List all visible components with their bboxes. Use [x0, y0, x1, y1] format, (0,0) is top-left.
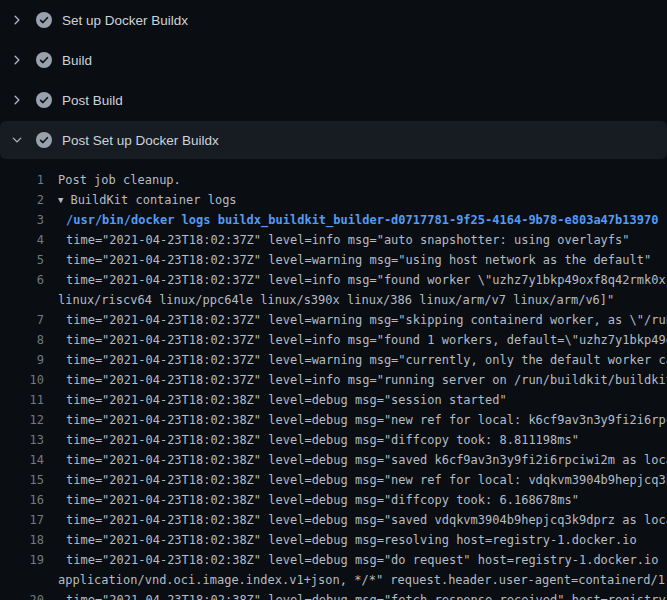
log-line: 1 Post job cleanup. — [0, 170, 667, 190]
log-line-text: time="2021-04-23T18:02:37Z" level=warnin… — [66, 310, 667, 330]
log-line-text: time="2021-04-23T18:02:37Z" level=info m… — [66, 370, 667, 390]
log-line-number — [0, 570, 44, 590]
step-label: Post Set up Docker Buildx — [62, 133, 219, 148]
log-line-number[interactable]: 15 — [0, 470, 44, 490]
log-line-number[interactable]: 14 — [0, 450, 44, 470]
log-line: 17 time="2021-04-23T18:02:38Z" level=deb… — [0, 510, 667, 530]
log-line-text: time="2021-04-23T18:02:38Z" level=debug … — [66, 390, 507, 410]
job-steps-list: Set up Docker Buildx Build Post Build Po… — [0, 0, 667, 159]
log-line-number[interactable]: 5 — [0, 250, 44, 270]
log-line-number[interactable]: 20 — [0, 590, 44, 600]
chevron-down-icon[interactable] — [12, 132, 22, 148]
log-line-text: time="2021-04-23T18:02:37Z" level=info m… — [66, 230, 630, 250]
log-line: 18 time="2021-04-23T18:02:38Z" level=deb… — [0, 530, 667, 550]
log-line-text: time="2021-04-23T18:02:38Z" level=debug … — [66, 410, 667, 430]
step-label: Build — [62, 53, 92, 68]
log-line-number[interactable]: 13 — [0, 430, 44, 450]
step-post-build[interactable]: Post Build — [0, 80, 667, 120]
log-command-text: /usr/bin/docker logs buildx_buildkit_bui… — [66, 210, 658, 230]
log-line-text: time="2021-04-23T18:02:38Z" level=debug … — [66, 510, 667, 530]
log-line: 15 time="2021-04-23T18:02:38Z" level=deb… — [0, 470, 667, 490]
step-build[interactable]: Build — [0, 40, 667, 80]
log-line-text: time="2021-04-23T18:02:37Z" level=info m… — [66, 330, 667, 350]
log-line-number[interactable]: 6 — [0, 270, 44, 290]
log-line-text: time="2021-04-23T18:02:37Z" level=info m… — [66, 270, 667, 290]
log-line-text: time="2021-04-23T18:02:38Z" level=debug … — [66, 530, 637, 550]
chevron-right-icon[interactable] — [12, 12, 22, 28]
log-line-number[interactable]: 17 — [0, 510, 44, 530]
log-line: 14 time="2021-04-23T18:02:38Z" level=deb… — [0, 450, 667, 470]
log-output: 1 Post job cleanup. 2 ▼ BuildKit contain… — [0, 160, 667, 600]
log-line-number[interactable]: 8 — [0, 330, 44, 350]
log-line: 20 time="2021-04-23T18:02:38Z" level=deb… — [0, 590, 667, 600]
log-line: 9 time="2021-04-23T18:02:37Z" level=warn… — [0, 350, 667, 370]
log-line-text: time="2021-04-23T18:02:37Z" level=warnin… — [66, 250, 651, 270]
log-line-number[interactable]: 16 — [0, 490, 44, 510]
log-line-number[interactable]: 1 — [0, 170, 44, 190]
triangle-down-icon[interactable]: ▼ — [58, 190, 63, 210]
log-line-number[interactable]: 10 — [0, 370, 44, 390]
step-label: Post Build — [62, 93, 123, 108]
log-line: 13 time="2021-04-23T18:02:38Z" level=deb… — [0, 430, 667, 450]
step-post-set-up-docker-buildx[interactable]: Post Set up Docker Buildx — [0, 121, 667, 159]
log-line-text: Post job cleanup. — [58, 170, 181, 190]
log-line-text: time="2021-04-23T18:02:38Z" level=debug … — [66, 590, 667, 600]
log-line: 19 time="2021-04-23T18:02:38Z" level=deb… — [0, 550, 667, 570]
log-line-text: time="2021-04-23T18:02:38Z" level=debug … — [66, 450, 667, 470]
log-line-number[interactable]: 7 — [0, 310, 44, 330]
log-line: 11 time="2021-04-23T18:02:38Z" level=deb… — [0, 390, 667, 410]
log-line: 8 time="2021-04-23T18:02:37Z" level=info… — [0, 330, 667, 350]
log-line: 6 time="2021-04-23T18:02:37Z" level=info… — [0, 270, 667, 290]
log-line-text: time="2021-04-23T18:02:37Z" level=warnin… — [66, 350, 667, 370]
log-line-number[interactable]: 19 — [0, 550, 44, 570]
check-circle-icon — [36, 132, 52, 148]
chevron-right-icon[interactable] — [12, 92, 22, 108]
log-line-number[interactable]: 9 — [0, 350, 44, 370]
log-line-number[interactable]: 4 — [0, 230, 44, 250]
log-line-number[interactable]: 11 — [0, 390, 44, 410]
log-line-text: time="2021-04-23T18:02:38Z" level=debug … — [66, 490, 579, 510]
log-line: 12 time="2021-04-23T18:02:38Z" level=deb… — [0, 410, 667, 430]
log-line-wrapped: linux/riscv64 linux/ppc64le linux/s390x … — [0, 290, 667, 310]
log-line-number[interactable]: 18 — [0, 530, 44, 550]
log-line: 10 time="2021-04-23T18:02:37Z" level=inf… — [0, 370, 667, 390]
check-circle-icon — [36, 12, 52, 28]
log-line-text: time="2021-04-23T18:02:38Z" level=debug … — [66, 550, 667, 570]
step-set-up-docker-buildx[interactable]: Set up Docker Buildx — [0, 0, 667, 40]
log-line-text: time="2021-04-23T18:02:38Z" level=debug … — [66, 430, 579, 450]
log-line-number[interactable]: 2 — [0, 190, 44, 210]
log-line: 7 time="2021-04-23T18:02:37Z" level=warn… — [0, 310, 667, 330]
log-line-number — [0, 290, 44, 310]
step-label: Set up Docker Buildx — [62, 13, 188, 28]
log-line-number[interactable]: 3 — [0, 210, 44, 230]
log-line-text: application/vnd.oci.image.index.v1+json,… — [58, 570, 667, 590]
log-line-command: 3 /usr/bin/docker logs buildx_buildkit_b… — [0, 210, 667, 230]
log-group-header[interactable]: 2 ▼ BuildKit container logs — [0, 190, 667, 210]
log-line: 16 time="2021-04-23T18:02:38Z" level=deb… — [0, 490, 667, 510]
chevron-right-icon[interactable] — [12, 52, 22, 68]
log-line-number[interactable]: 12 — [0, 410, 44, 430]
log-line: 5 time="2021-04-23T18:02:37Z" level=warn… — [0, 250, 667, 270]
log-line-text: linux/riscv64 linux/ppc64le linux/s390x … — [58, 290, 614, 310]
log-line: 4 time="2021-04-23T18:02:37Z" level=info… — [0, 230, 667, 250]
check-circle-icon — [36, 92, 52, 108]
log-line-text: time="2021-04-23T18:02:38Z" level=debug … — [66, 470, 667, 490]
log-line-wrapped: application/vnd.oci.image.index.v1+json,… — [0, 570, 667, 590]
check-circle-icon — [36, 52, 52, 68]
log-group-label: BuildKit container logs — [70, 190, 236, 210]
